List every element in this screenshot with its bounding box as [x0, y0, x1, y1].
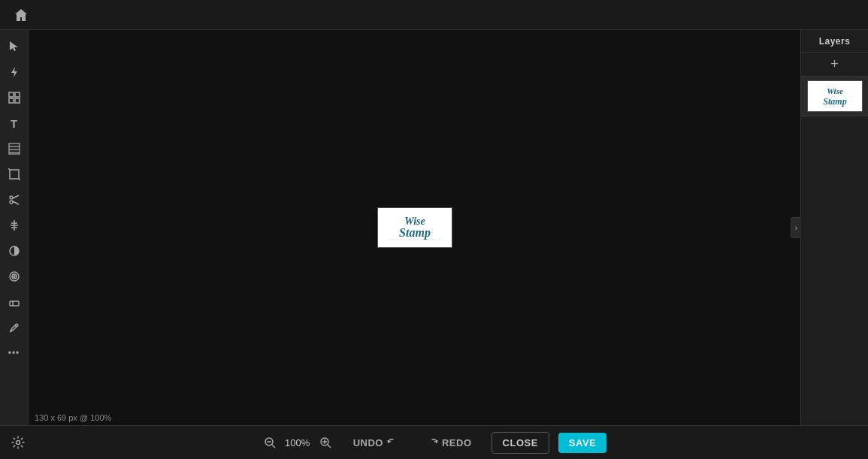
zoom-in-button[interactable] — [317, 434, 334, 451]
svg-text:Stamp: Stamp — [823, 96, 846, 107]
svg-rect-2 — [9, 92, 14, 97]
hatch-tool[interactable] — [4, 138, 25, 159]
svg-point-24 — [14, 276, 15, 277]
redo-button[interactable]: REDO — [417, 433, 482, 453]
svg-point-14 — [10, 201, 13, 204]
home-button[interactable] — [8, 2, 34, 28]
text-tool[interactable]: T — [4, 113, 25, 134]
svg-marker-0 — [10, 41, 18, 51]
pen-tool[interactable] — [4, 317, 25, 338]
select-tool[interactable] — [4, 36, 25, 57]
svg-marker-1 — [11, 67, 17, 77]
svg-point-22 — [10, 272, 19, 281]
canvas-image: Wise Stamp — [377, 207, 452, 248]
layers-header: Layers — [801, 30, 868, 53]
zoom-controls: 100% — [262, 434, 334, 451]
grid-tool[interactable] — [4, 87, 25, 108]
add-layer-button[interactable]: + — [801, 53, 868, 77]
svg-line-16 — [13, 201, 19, 204]
svg-rect-25 — [10, 301, 19, 306]
close-button[interactable]: CLOSE — [491, 432, 549, 454]
more-tool[interactable]: ••• — [4, 343, 25, 364]
lightning-tool[interactable] — [4, 62, 25, 83]
scissors-tool[interactable] — [4, 189, 25, 210]
contrast-tool[interactable] — [4, 240, 25, 261]
settings-button[interactable] — [8, 432, 29, 453]
svg-text:Stamp: Stamp — [399, 226, 431, 240]
undo-button[interactable]: UNDO — [343, 433, 408, 453]
svg-rect-3 — [15, 92, 20, 97]
svg-point-23 — [12, 274, 17, 279]
svg-line-38 — [272, 445, 275, 448]
svg-line-41 — [328, 445, 331, 448]
svg-rect-5 — [15, 98, 20, 103]
svg-point-36 — [17, 441, 20, 445]
eraser-tool[interactable] — [4, 291, 25, 313]
layer-thumb-image: Wise Stamp — [807, 80, 863, 112]
bottom-toolbar: 100% UNDO REDO CLOSE SAVE — [0, 425, 868, 459]
zoom-value: 100% — [283, 437, 313, 448]
svg-line-11 — [8, 168, 10, 170]
svg-line-12 — [19, 179, 20, 180]
svg-point-13 — [10, 196, 13, 199]
svg-line-15 — [13, 195, 19, 198]
svg-text:Wise: Wise — [404, 216, 425, 227]
canvas-area[interactable]: Wise Stamp 130 x 69 px @ 100% — [29, 30, 800, 425]
save-button[interactable]: SAVE — [558, 433, 606, 453]
panel-toggle-button[interactable]: › — [791, 217, 801, 238]
canvas-status: 130 x 69 px @ 100% — [29, 410, 117, 425]
left-toolbar: T — [0, 30, 29, 425]
svg-line-27 — [15, 325, 17, 327]
zoom-out-button[interactable] — [262, 434, 278, 451]
right-panel: Layers + Wise Stamp › — [800, 30, 868, 425]
layer-thumbnail[interactable]: Wise Stamp — [801, 77, 868, 116]
svg-rect-10 — [10, 170, 19, 179]
spiral-tool[interactable] — [4, 266, 25, 287]
crop-tool[interactable] — [4, 164, 25, 185]
top-bar — [0, 0, 868, 30]
svg-rect-4 — [9, 98, 14, 103]
align-tool[interactable] — [4, 215, 25, 236]
main-layout: T — [0, 30, 868, 425]
svg-text:Wise: Wise — [827, 86, 843, 95]
